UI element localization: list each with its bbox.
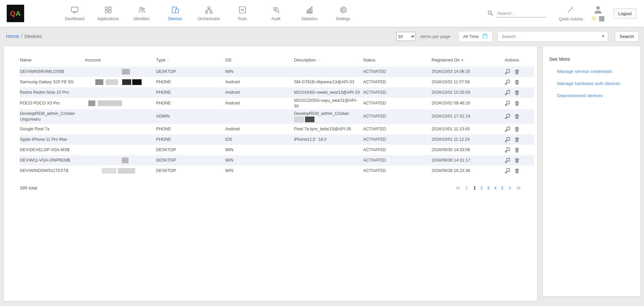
deprovisioned-devices-link[interactable]: Deprovisioned devices: [557, 93, 635, 98]
open-remote-session-icon[interactable]: [505, 114, 510, 119]
device-registered-on: 2024/10/02 09:46:20: [432, 98, 505, 109]
col-registered-on[interactable]: Registered On▾: [432, 53, 505, 67]
items-per-page-select[interactable]: 10: [396, 32, 416, 41]
open-remote-session-icon[interactable]: [505, 100, 510, 106]
open-remote-session-icon[interactable]: [505, 137, 510, 142]
device-status: ACTIVATED: [363, 145, 432, 155]
tools-monitor-pulse-icon: [238, 6, 247, 14]
devices-table-body: DEV\WINSRVMILOS5$DESKTOPWINACTIVATED2024…: [20, 67, 534, 176]
nav-item-dashboard[interactable]: Dashboard: [58, 6, 91, 21]
nav-item-settings[interactable]: Settings: [326, 6, 360, 21]
col-account[interactable]: Account: [85, 53, 156, 67]
delete-device-icon[interactable]: [514, 90, 520, 95]
col-actions: Actions: [505, 53, 534, 67]
device-description: Pixel 7a-lynx_beta/15@API-35: [294, 124, 363, 134]
device-os: Android: [225, 77, 294, 87]
manage-service-credentials-link[interactable]: Manage service credentials: [557, 69, 635, 74]
nav-item-audit[interactable]: Audit: [259, 6, 293, 21]
open-remote-session-icon[interactable]: [505, 79, 510, 85]
nav-item-tools[interactable]: Tools: [226, 6, 259, 21]
filter-search-input[interactable]: [498, 34, 602, 39]
page-number-5[interactable]: 5: [501, 185, 503, 190]
page-number-2[interactable]: 2: [480, 185, 483, 190]
delete-device-icon[interactable]: [514, 79, 520, 85]
device-row: DEV\W11-VDA-ONPREM$DESKTOPWINACTIVATED20…: [20, 155, 534, 166]
last-page-icon[interactable]: [516, 186, 521, 190]
delete-device-icon[interactable]: [514, 69, 520, 75]
page-number-1[interactable]: 1: [473, 185, 476, 190]
see-more-panel: See More Manage service credentials Mana…: [543, 46, 640, 296]
redacted-block: [118, 168, 135, 174]
col-description[interactable]: Description↑↓: [294, 53, 363, 67]
global-search-input[interactable]: [496, 9, 547, 17]
sort-both-icon[interactable]: ↑↓: [167, 59, 168, 62]
sort-desc-icon[interactable]: ▾: [461, 58, 463, 62]
app-logo[interactable]: QA: [7, 5, 24, 22]
col-name[interactable]: Name: [20, 53, 85, 67]
redacted-block: [122, 79, 131, 85]
col-type[interactable]: Type↑↓: [156, 53, 225, 67]
device-name: Google Pixel 7a: [20, 124, 85, 134]
open-remote-session-icon[interactable]: [505, 168, 510, 174]
delete-device-icon[interactable]: [514, 100, 520, 106]
previous-page-icon[interactable]: [464, 186, 469, 190]
nav-label: Audit: [271, 16, 280, 21]
device-type: DESKTOP: [156, 67, 225, 77]
nav-item-statistics[interactable]: Statistics: [293, 6, 326, 21]
logo-letter-q: Q: [10, 9, 16, 17]
devices-panel: Name Account Type↑↓ OS Description↑↓ Sta…: [4, 46, 537, 301]
filter-search-combobox[interactable]: [497, 31, 608, 42]
redacted-block: [592, 16, 596, 20]
open-remote-session-icon[interactable]: [505, 126, 510, 132]
device-registered-on: 2024/09/30 14:33:06: [432, 145, 505, 155]
main-menu: Dashboard Applications Identities Device…: [58, 6, 360, 21]
col-status[interactable]: Status: [363, 53, 432, 67]
device-name: DevelopREM_admin_CristianUngureanu: [20, 109, 85, 124]
open-remote-session-icon[interactable]: [505, 158, 510, 163]
quick-actions-label: Quick Actions: [559, 17, 583, 21]
device-name: Apple iPhone 11 Pro Max: [20, 134, 85, 145]
device-description: M2102J20SG-vayu_eea/11@API-30: [294, 98, 363, 109]
delete-device-icon[interactable]: [514, 168, 520, 174]
col-os[interactable]: OS: [225, 53, 294, 67]
calendar-icon: [482, 33, 488, 40]
device-type: PHONE: [156, 134, 225, 145]
device-row: DEV\DEVELOP-VDA-MS$DESKTOPWINACTIVATED20…: [20, 145, 534, 155]
page-number-4[interactable]: 4: [494, 185, 497, 190]
nav-item-identities[interactable]: Identities: [125, 6, 158, 21]
device-description: [294, 166, 363, 176]
manage-hardware-auth-devices-link[interactable]: Manage hardware auth devices: [557, 81, 635, 86]
delete-device-icon[interactable]: [514, 147, 520, 153]
nav-item-orchestrator[interactable]: Orchestrator: [192, 6, 226, 21]
first-page-icon[interactable]: [456, 186, 460, 190]
user-avatar-icon: [592, 5, 604, 16]
logout-button[interactable]: Logout: [613, 8, 637, 19]
redacted-block: [294, 117, 304, 122]
device-account: [85, 98, 156, 109]
redacted-block: [305, 117, 314, 122]
delete-device-icon[interactable]: [514, 126, 520, 132]
breadcrumb-home-link[interactable]: Home: [6, 34, 19, 39]
quick-actions-button[interactable]: Quick Actions: [555, 5, 586, 21]
open-remote-session-icon[interactable]: [505, 90, 510, 95]
delete-device-icon[interactable]: [514, 158, 520, 163]
open-remote-session-icon[interactable]: [505, 69, 510, 75]
device-status: ACTIVATED: [363, 77, 432, 87]
time-filter-button[interactable]: All Time: [458, 31, 493, 42]
device-status: ACTIVATED: [363, 67, 432, 77]
chevron-down-icon[interactable]: [602, 36, 604, 37]
nav-item-devices[interactable]: Devices: [158, 6, 192, 21]
delete-device-icon[interactable]: [514, 114, 520, 119]
table-toolbar: 10 items per page All Time Search: [396, 31, 639, 42]
delete-device-icon[interactable]: [514, 137, 520, 142]
search-button[interactable]: Search: [615, 31, 639, 42]
nav-item-applications[interactable]: Applications: [91, 6, 125, 21]
page-number-3[interactable]: 3: [487, 185, 490, 190]
apps-grid-icon: [104, 6, 112, 14]
open-remote-session-icon[interactable]: [505, 147, 510, 153]
user-menu[interactable]: [592, 5, 604, 22]
next-page-icon[interactable]: [508, 186, 512, 190]
device-os: Android: [225, 124, 294, 134]
sort-both-icon[interactable]: ↑↓: [317, 59, 319, 62]
device-type: PHONE: [156, 98, 225, 109]
